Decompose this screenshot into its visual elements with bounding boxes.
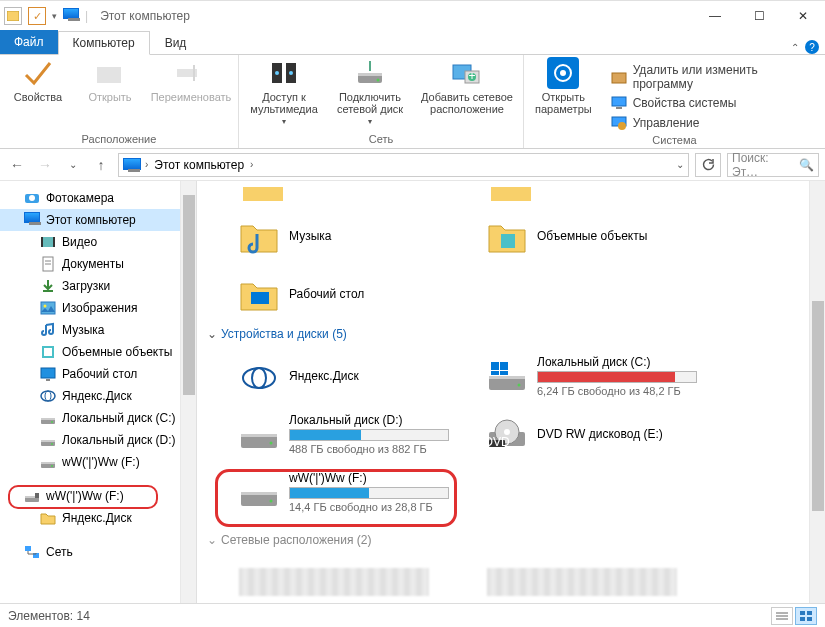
breadcrumb-sep-icon[interactable]: › [145,159,148,170]
close-button[interactable]: ✕ [781,1,825,31]
nav-item-drive[interactable]: wW('|')Ww (F:) [0,451,196,473]
nav-item-3d[interactable]: Объемные объекты [0,341,196,363]
pc-icon [123,158,141,172]
properties-button[interactable]: Свойства [8,57,68,103]
back-button[interactable]: ← [6,154,28,176]
svg-point-41 [51,421,53,423]
nav-item-pictures[interactable]: Изображения [0,297,196,319]
up-button[interactable]: ↑ [90,154,112,176]
minimize-button[interactable]: — [693,1,737,31]
svg-point-7 [289,71,293,75]
address-bar[interactable]: › Этот компьютер › ⌄ [118,153,689,177]
open-button[interactable]: Открыть [80,57,140,103]
svg-rect-0 [7,11,19,21]
folder-item[interactable]: Рабочий стол [203,265,451,323]
nav-item-yadisk[interactable]: Яндекс.Диск [0,385,196,407]
manage-button[interactable]: Управление [611,115,817,131]
statusbar: Элементов: 14 [0,603,825,627]
navigation-pane[interactable]: ФотокамераЭтот компьютерВидеоДокументыЗа… [0,181,197,620]
desktop-icon [40,366,56,382]
svg-point-17 [560,70,566,76]
folder-item[interactable]: Объемные объекты [451,207,699,265]
tiles-view-button[interactable] [795,607,817,625]
ribbon-group-location: Свойства Открыть Переименовать Расположе… [0,55,239,148]
nav-item-label: Объемные объекты [62,345,172,359]
help-icon[interactable]: ? [805,40,819,54]
nav-item-folder[interactable]: Яндекс.Диск [0,507,196,529]
nav-item-desktop[interactable]: Рабочий стол [0,363,196,385]
maximize-button[interactable]: ☐ [737,1,781,31]
refresh-button[interactable] [695,153,721,177]
collapse-ribbon-icon[interactable]: ⌃ [791,42,799,53]
svg-point-61 [518,384,521,387]
nav-item-usb[interactable]: wW('|')Ww (F:) [0,485,196,507]
drive-item[interactable]: Локальный диск (D:)488 ГБ свободно из 88… [203,405,451,463]
search-icon: 🔍 [799,158,814,172]
drive-item[interactable]: Яндекс.Диск [203,347,451,405]
svg-rect-63 [500,362,508,370]
nav-item-video[interactable]: Видео [0,231,196,253]
add-network-location-button[interactable]: + Добавить сетевое расположение [419,57,515,115]
forward-button[interactable]: → [34,154,56,176]
blurred-content [239,568,429,596]
pictures-icon [40,300,56,316]
tab-file[interactable]: Файл [0,30,58,54]
nav-item-music[interactable]: Музыка [0,319,196,341]
scrollbar[interactable] [809,181,825,620]
nav-item-camera[interactable]: Фотокамера [0,187,196,209]
group-header-drives[interactable]: ⌄ Устройства и диски (5) [203,323,825,347]
breadcrumb[interactable]: Этот компьютер [152,158,246,172]
svg-text:DVD: DVD [487,435,510,449]
svg-rect-36 [46,379,50,381]
body: ФотокамераЭтот компьютерВидеоДокументыЗа… [0,181,825,620]
chevron-down-icon: ⌄ [207,533,217,547]
checkbox-icon[interactable]: ✓ [28,7,46,25]
breadcrumb-sep-icon[interactable]: › [250,159,253,170]
folder-item[interactable]: Музыка [203,207,451,265]
usb-icon [24,488,40,504]
rename-button[interactable]: Переименовать [152,57,230,103]
nav-item-downloads[interactable]: Загрузки [0,275,196,297]
map-drive-button[interactable]: Подключить сетевой диск ▾ [333,57,407,126]
svg-rect-54 [491,187,531,201]
drive-item[interactable]: Локальный диск (C:)6,24 ГБ свободно из 4… [451,347,699,405]
recent-locations-button[interactable]: ⌄ [62,154,84,176]
drive-icon [239,418,279,450]
scrollbar[interactable] [180,181,196,620]
open-settings-button[interactable]: Открыть параметры [532,57,595,115]
tab-computer[interactable]: Компьютер [58,31,150,55]
system-properties-button[interactable]: Свойства системы [611,95,817,111]
drive-item[interactable]: wW('|')Ww (F:)14,4 ГБ свободно из 28,8 Г… [203,463,451,521]
gear-icon [547,57,579,89]
network-drive-icon [354,57,386,89]
drive-name: wW('|')Ww (F:) [289,471,451,485]
nav-item-drive[interactable]: Локальный диск (D:) [0,429,196,451]
svg-rect-35 [41,368,55,378]
nav-item-network[interactable]: Сеть [0,541,196,563]
search-input[interactable]: Поиск: Эт… 🔍 [727,153,819,177]
details-view-button[interactable] [771,607,793,625]
uninstall-programs-button[interactable]: Удалить или изменить программу [611,63,817,91]
tab-view[interactable]: Вид [150,30,202,54]
nav-item-documents[interactable]: Документы [0,253,196,275]
nav-item-label: Сеть [46,545,73,559]
downloads-icon [40,278,56,294]
qat-dropdown-icon[interactable]: ▾ [52,11,57,21]
group-header-netloc[interactable]: ⌄ Сетевые расположения (2) [203,529,825,553]
drive-icon [40,454,56,470]
drive-item[interactable]: DVDDVD RW дисковод (E:) [451,405,699,463]
content-pane[interactable]: МузыкаОбъемные объектыРабочий стол ⌄ Уст… [197,181,825,620]
svg-rect-62 [491,362,499,370]
folder-icon[interactable] [4,7,22,25]
folder-icon [487,216,527,256]
drive-free-text: 488 ГБ свободно из 882 ГБ [289,443,451,455]
address-dropdown-icon[interactable]: ⌄ [676,159,684,170]
nav-item-pc[interactable]: Этот компьютер [0,209,196,231]
blurred-content [487,568,677,596]
nav-item-drive[interactable]: Локальный диск (C:) [0,407,196,429]
svg-rect-65 [500,371,508,375]
camera-icon [24,190,40,206]
group-label-location: Расположение [82,130,157,148]
titlebar: ✓ ▾ | Этот компьютер — ☐ ✕ [0,1,825,31]
media-access-button[interactable]: Доступ к мультимедиа ▾ [247,57,321,126]
